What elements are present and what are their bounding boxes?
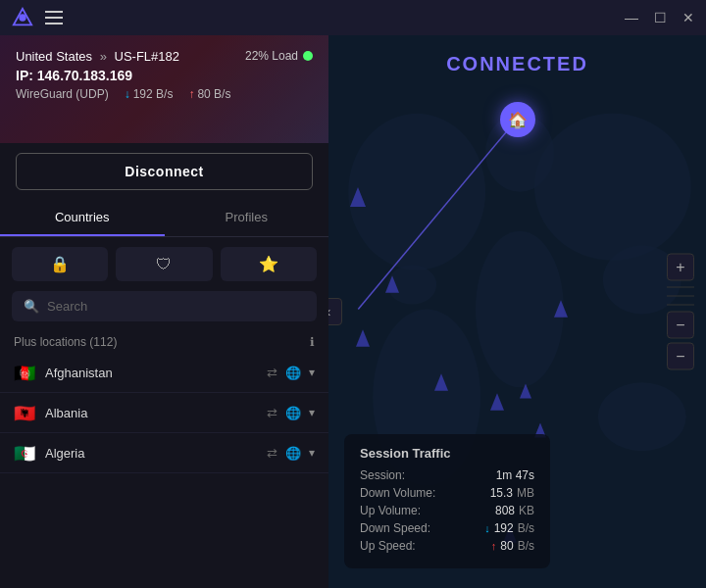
left-panel: 22% Load United States » US-FL#182 IP: 1… (0, 35, 328, 588)
down-speed-value: 192 B/s (133, 87, 174, 101)
map-pin-2 (385, 275, 399, 297)
svg-point-9 (598, 382, 686, 451)
connection-country: United States (16, 49, 92, 64)
globe-icon[interactable]: 🌐 (285, 366, 301, 380)
search-field-wrap: 🔍 (12, 291, 317, 321)
svg-point-2 (348, 114, 485, 270)
session-row-value: 1m 47s (496, 468, 534, 482)
titlebar-controls: — ☐ ✕ (625, 10, 694, 25)
chevron-down-icon[interactable]: ▾ (309, 366, 315, 379)
chevron-down-icon[interactable]: ▾ (309, 406, 315, 419)
connect-icon[interactable]: ⇄ (267, 366, 277, 380)
chevron-down-icon[interactable]: ▾ (309, 446, 315, 460)
session-traffic: Session Traffic Session: 1m 47s Down Vol… (344, 434, 550, 568)
hamburger-menu[interactable] (45, 11, 63, 24)
filter-row: 🔒 🛡 ⭐ (0, 237, 328, 291)
search-wrap: 🔍 (0, 291, 328, 329)
svg-point-7 (534, 114, 691, 261)
connection-ip-row: IP: 146.70.183.169 (16, 68, 313, 83)
connection-server: US-FL#182 (115, 49, 179, 64)
session-row: Up Speed: ↑ 80 B/s (360, 539, 534, 553)
lock-icon: 🔒 (50, 255, 70, 273)
map-pin-4 (434, 373, 448, 395)
session-row-num: 192 (494, 521, 514, 535)
session-row-num: 80 (500, 539, 513, 553)
app-logo (12, 7, 33, 28)
protocol-name: WireGuard (UDP) (16, 87, 109, 101)
shield-icon: 🛡 (156, 256, 172, 273)
upload-speed: ↑ 80 B/s (188, 87, 230, 101)
country-flag: 🇦🇫 (14, 365, 35, 380)
session-row-label: Down Speed: (360, 521, 430, 535)
up-arrow-icon: ↑ (491, 540, 497, 552)
zoom-in-button[interactable]: + (667, 254, 694, 281)
down-arrow-icon: ↓ (125, 87, 130, 101)
filter-star-button[interactable]: ⭐ (221, 247, 317, 281)
zoom-out-button-2[interactable]: − (667, 343, 694, 370)
session-row-num: 1m 47s (496, 468, 534, 482)
titlebar-left (12, 7, 63, 28)
disconnect-button[interactable]: Disconnect (16, 153, 313, 190)
search-input[interactable] (47, 299, 305, 314)
globe-icon[interactable]: 🌐 (285, 446, 301, 461)
connect-icon[interactable]: ⇄ (267, 406, 277, 420)
country-name: Algeria (45, 446, 267, 461)
session-row-num: 808 (495, 504, 515, 517)
svg-marker-16 (520, 384, 531, 399)
star-icon: ⭐ (259, 255, 278, 273)
ip-label: IP: (16, 68, 33, 83)
filter-lock-button[interactable]: 🔒 (12, 247, 108, 281)
tab-countries[interactable]: Countries (0, 200, 165, 236)
zoom-controls: + − − (667, 254, 694, 370)
info-icon[interactable]: ℹ (310, 335, 315, 349)
ip-address: 146.70.183.169 (37, 68, 132, 83)
filter-shield-button[interactable]: 🛡 (116, 247, 212, 281)
globe-icon[interactable]: 🌐 (285, 406, 301, 420)
download-speed: ↓ 192 B/s (125, 87, 174, 101)
close-button[interactable]: ✕ (682, 10, 694, 25)
session-row: Down Volume: 15.3 MB (360, 486, 534, 500)
country-name: Afghanistan (45, 366, 267, 380)
session-row: Session: 1m 47s (360, 468, 534, 482)
session-row-value: ↓ 192 B/s (484, 521, 534, 535)
country-actions: ⇄ 🌐 ▾ (267, 406, 315, 420)
zoom-out-button-1[interactable]: − (667, 312, 694, 339)
down-arrow-icon: ↓ (484, 522, 490, 534)
session-row-value: 808 KB (495, 504, 534, 517)
session-row-value: 15.3 MB (490, 486, 534, 500)
connection-protocol: WireGuard (UDP) ↓ 192 B/s ↑ 80 B/s (16, 87, 313, 101)
locations-header: Plus locations (112) ℹ (0, 329, 328, 353)
disconnect-wrap: Disconnect (0, 143, 328, 200)
country-item[interactable]: 🇦🇫 Afghanistan ⇄ 🌐 ▾ (0, 353, 328, 393)
country-actions: ⇄ 🌐 ▾ (267, 366, 315, 380)
session-row-unit: KB (519, 504, 534, 517)
zoom-divider-1 (667, 287, 694, 288)
country-item[interactable]: 🇩🇿 Algeria ⇄ 🌐 ▾ (0, 433, 328, 473)
country-actions: ⇄ 🌐 ▾ (267, 446, 315, 461)
right-panel: CONNECTED 🏠 ‹ + − − Session Traffic Sess… (328, 35, 706, 588)
minimize-button[interactable]: — (625, 10, 638, 25)
session-row-unit: B/s (518, 521, 534, 535)
connect-icon[interactable]: ⇄ (267, 446, 277, 461)
svg-marker-14 (434, 373, 448, 391)
country-flag: 🇦🇱 (14, 405, 35, 420)
map-pin-8 (554, 300, 568, 321)
tab-profiles[interactable]: Profiles (165, 200, 329, 236)
svg-marker-12 (385, 275, 399, 293)
country-list: 🇦🇫 Afghanistan ⇄ 🌐 ▾ 🇦🇱 Albania ⇄ 🌐 ▾ 🇩🇿… (0, 353, 328, 588)
country-item[interactable]: 🇦🇱 Albania ⇄ 🌐 ▾ (0, 393, 328, 433)
home-pin: 🏠 (500, 102, 535, 137)
svg-point-1 (19, 14, 25, 21)
tabs: Countries Profiles (0, 200, 328, 237)
map-pin-6 (520, 383, 531, 403)
svg-marker-11 (350, 187, 366, 207)
svg-marker-13 (356, 329, 370, 347)
titlebar: — ☐ ✕ (0, 0, 706, 35)
locations-label: Plus locations (112) (14, 335, 117, 349)
collapse-button[interactable]: ‹ (328, 298, 342, 325)
maximize-button[interactable]: ☐ (654, 10, 667, 25)
session-row-value: ↑ 80 B/s (491, 539, 534, 553)
country-name: Albania (45, 406, 267, 420)
session-row-unit: B/s (518, 539, 534, 553)
session-row-unit: MB (517, 486, 534, 500)
